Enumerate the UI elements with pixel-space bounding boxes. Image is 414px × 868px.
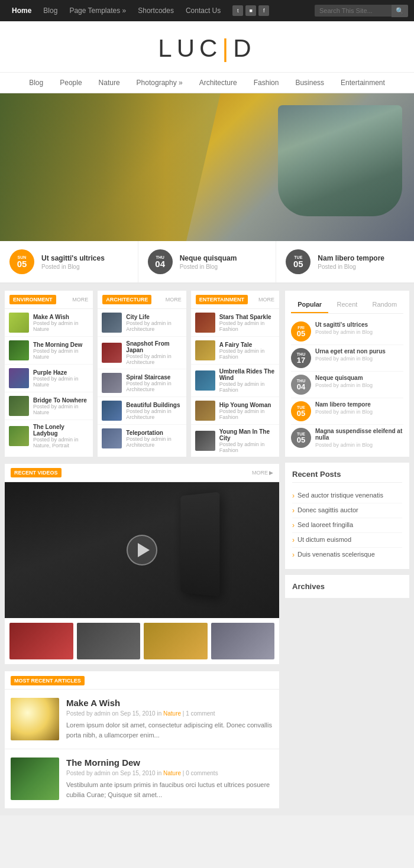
ent-thumb-3 <box>195 370 215 391</box>
env-thumb-3 <box>9 368 29 388</box>
ent-item-text-1: Stars That SparklePosted by admin in Fas… <box>219 314 275 332</box>
day-num-1: 05 <box>17 259 27 268</box>
logo-text-right: D <box>233 34 255 62</box>
sidebar-post-text-4: Nam libero temporePosted by admin in Blo… <box>315 401 373 415</box>
article-thumb-2 <box>11 758 59 800</box>
arch-item-text-4: Beautiful BuildingsPosted by admin in Ar… <box>126 402 182 420</box>
env-header: ENVIRONMENT MORE <box>5 291 93 309</box>
play-button[interactable] <box>127 535 157 565</box>
tab-random[interactable]: Random <box>366 297 403 313</box>
secnav-blog[interactable]: Blog <box>21 73 51 93</box>
env-thumb-4 <box>9 396 29 416</box>
ent-header: ENTERTAINMENT MORE <box>191 291 279 309</box>
recent-post-link-5[interactable]: › Duis venenatis scelerisque <box>292 548 402 562</box>
article-meta-2: Posted by admin on Sep 15, 2010 in Natur… <box>66 770 273 776</box>
architecture-section: ARCHITECTURE MORE City LifePosted by adm… <box>98 291 186 457</box>
sidebar-date-5: TUE 05 <box>291 428 311 448</box>
arch-more-link[interactable]: MORE <box>166 297 182 303</box>
search-button[interactable]: 🔍 <box>392 5 408 17</box>
video-thumb-3[interactable] <box>144 623 208 659</box>
arch-item-1[interactable]: City LifePosted by admin in Architecture <box>98 309 186 337</box>
rss-icon[interactable]: ■ <box>245 5 256 16</box>
env-item-4[interactable]: Bridge To NowherePosted by admin in Natu… <box>5 392 93 420</box>
env-item-5[interactable]: The Lonely LadybugPosted by admin in Nat… <box>5 420 93 452</box>
recent-post-link-3[interactable]: › Sed laoreet fringilla <box>292 518 402 533</box>
ent-item-3[interactable]: Umbrella Rides The WindPosted by admin i… <box>191 365 279 397</box>
secnav-entertainment[interactable]: Entertainment <box>332 73 393 93</box>
post-preview-text-1: Ut sagitti's ultrices Posted in Blog <box>41 254 105 270</box>
sidebar-post-1[interactable]: FRI 05 Ut sagitti's ultricesPosted by ad… <box>291 318 403 345</box>
recent-post-link-2[interactable]: › Donec sagittis auctor <box>292 503 402 518</box>
env-item-3[interactable]: Purple HazePosted by admin in Nature <box>5 365 93 392</box>
env-more-link[interactable]: MORE <box>72 297 88 303</box>
sidebar-post-2[interactable]: THU 17 Urna eget erat non purusPosted by… <box>291 345 403 372</box>
content-area: ENVIRONMENT MORE Make A WishPosted by ad… <box>5 291 279 808</box>
twitter-icon[interactable]: t <box>232 5 243 16</box>
ent-thumb-2 <box>195 340 215 360</box>
secnav-photography[interactable]: Photography » <box>128 73 191 93</box>
nav-home[interactable]: Home <box>6 6 37 15</box>
env-item-2[interactable]: The Morning DewPosted by admin in Nature <box>5 337 93 365</box>
arch-item-4[interactable]: Beautiful BuildingsPosted by admin in Ar… <box>98 397 186 425</box>
video-thumb-2[interactable] <box>77 623 141 659</box>
sidebar-post-text-3: Neque quisquamPosted by admin in Blog <box>315 375 373 388</box>
sidebar-post-5[interactable]: TUE 05 Magna suspendisse eleifend at nul… <box>291 425 403 451</box>
env-thumb-1 <box>9 313 29 333</box>
ent-item-2[interactable]: A Fairy TalePosted by admin in Fashion <box>191 337 279 365</box>
secnav-business[interactable]: Business <box>287 73 332 93</box>
secnav-people[interactable]: People <box>51 73 90 93</box>
nav-blog[interactable]: Blog <box>37 6 63 15</box>
arch-thumb-2 <box>102 343 122 363</box>
site-logo[interactable]: LUC|D <box>158 34 255 62</box>
article-thumb-1 <box>11 698 59 740</box>
recent-post-text-3: Sed laoreet fringilla <box>297 521 353 528</box>
recent-post-link-1[interactable]: › Sed auctor tristique venenatis <box>292 489 402 503</box>
arch-item-5[interactable]: TeleportationPosted by admin in Architec… <box>98 425 186 452</box>
video-player[interactable] <box>5 482 279 618</box>
nav-shortcodes[interactable]: Shortcodes <box>132 6 180 15</box>
article-cat-link-1[interactable]: Nature <box>163 710 181 717</box>
archives-section: Archives <box>285 575 409 598</box>
sidebar-post-4[interactable]: TUE 05 Nam libero temporePosted by admin… <box>291 398 403 425</box>
facebook-icon[interactable]: f <box>258 5 269 16</box>
videos-more-link[interactable]: MORE ▶ <box>252 470 273 476</box>
ent-item-text-2: A Fairy TalePosted by admin in Fashion <box>219 342 275 360</box>
ent-thumb-1 <box>195 313 215 333</box>
tab-popular[interactable]: Popular <box>291 297 328 313</box>
arch-item-3[interactable]: Spiral StaircasePosted by admin in Archi… <box>98 369 186 397</box>
env-item-1[interactable]: Make A WishPosted by admin in Nature <box>5 309 93 337</box>
ent-item-1[interactable]: Stars That SparklePosted by admin in Fas… <box>191 309 279 337</box>
article-content-2: The Morning Dew Posted by admin on Sep 1… <box>66 758 273 800</box>
video-thumb-4[interactable] <box>211 623 275 659</box>
videos-header: RECENT VIDEOS MORE ▶ <box>5 464 279 482</box>
secnav-fashion[interactable]: Fashion <box>245 73 287 93</box>
article-item-1[interactable]: Make A Wish Posted by admin on Sep 15, 2… <box>5 690 279 749</box>
arch-item-2[interactable]: Snapshot From JapanPosted by admin in Ar… <box>98 337 186 369</box>
secondary-nav: Blog People Nature Photography » Archite… <box>0 73 414 93</box>
nav-page-templates[interactable]: Page Templates » <box>63 6 132 15</box>
ent-item-5[interactable]: Young Man In The CityPosted by admin in … <box>191 425 279 457</box>
recent-posts-section: Recent Posts › Sed auctor tristique vene… <box>285 463 409 569</box>
article-item-2[interactable]: The Morning Dew Posted by admin on Sep 1… <box>5 749 279 808</box>
post-preview-1[interactable]: SUN 05 Ut sagitti's ultrices Posted in B… <box>0 241 138 282</box>
secnav-nature[interactable]: Nature <box>90 73 128 93</box>
entertainment-section: ENTERTAINMENT MORE Stars That SparklePos… <box>191 291 279 457</box>
post-preview-2[interactable]: THU 04 Neque quisquam Posted in Blog <box>138 241 277 282</box>
env-item-text-3: Purple HazePosted by admin in Nature <box>33 369 89 388</box>
recent-post-link-4[interactable]: › Ut dictum euismod <box>292 533 402 548</box>
search-input[interactable] <box>315 5 392 17</box>
post-preview-3[interactable]: TUE 05 Nam libero tempore Posted in Blog <box>276 241 414 282</box>
arrow-icon-2: › <box>292 506 295 515</box>
tab-recent[interactable]: Recent <box>328 297 366 313</box>
ent-more-link[interactable]: MORE <box>258 297 274 303</box>
nav-contact-us[interactable]: Contact Us <box>180 6 227 15</box>
article-cat-link-2[interactable]: Nature <box>163 770 181 776</box>
env-item-text-1: Make A WishPosted by admin in Nature <box>33 314 89 332</box>
hero-mirror-inner <box>278 105 402 216</box>
date-badge-2: THU 04 <box>148 249 173 274</box>
ent-item-4[interactable]: Hip Young WomanPosted by admin in Fashio… <box>191 397 279 425</box>
sidebar-post-3[interactable]: THU 04 Neque quisquamPosted by admin in … <box>291 372 403 398</box>
secnav-architecture[interactable]: Architecture <box>191 73 245 93</box>
video-thumb-1[interactable] <box>9 623 73 659</box>
day-num-2: 04 <box>155 259 165 268</box>
